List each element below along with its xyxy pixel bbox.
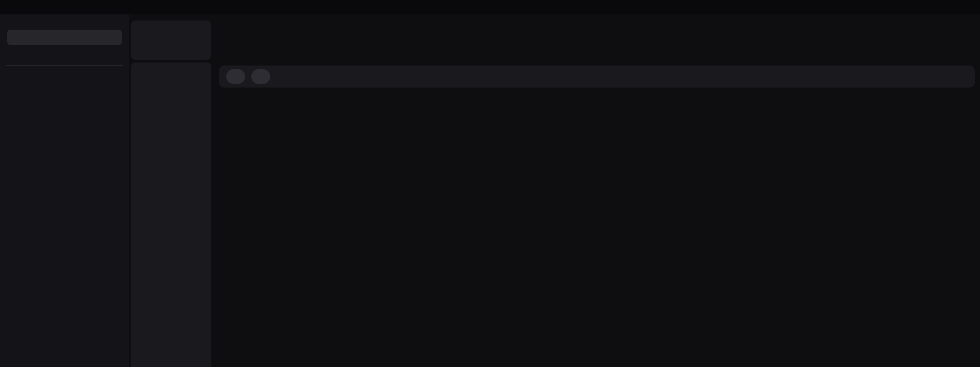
- search-input[interactable]: [16, 33, 117, 41]
- project-sidebar-header: [0, 14, 129, 23]
- source-filter-bar: [219, 66, 975, 88]
- project-sidebar: [0, 14, 129, 367]
- quick-actions-panel: [131, 20, 211, 60]
- show-all-button[interactable]: [226, 69, 245, 84]
- pack-up-button[interactable]: [251, 69, 270, 84]
- divider: [6, 66, 123, 66]
- monitor-nav-panel: [131, 62, 211, 367]
- app-window: [0, 0, 980, 367]
- title-bar: [0, 0, 980, 14]
- project-search[interactable]: [7, 30, 122, 45]
